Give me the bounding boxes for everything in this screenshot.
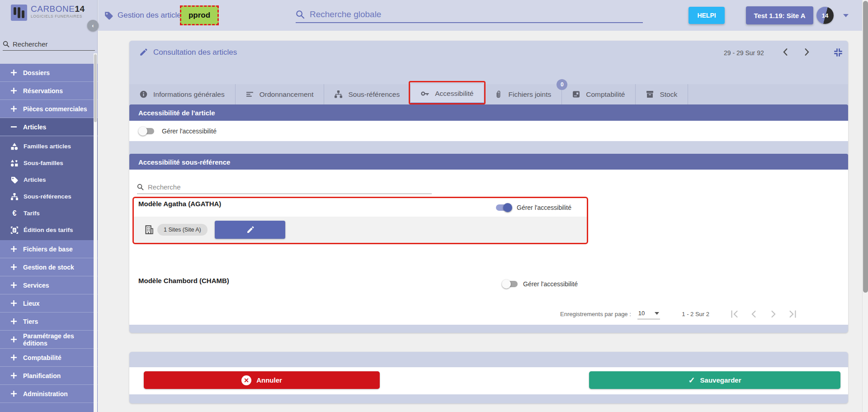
tag-icon (104, 11, 113, 20)
sidebar-scrollbar-thumb[interactable] (94, 54, 97, 122)
plus-icon (10, 390, 17, 397)
user-avatar[interactable]: 14 (816, 7, 834, 24)
sidebar-search-input[interactable]: Rechercher (3, 38, 95, 51)
sidebar-search-placeholder: Rechercher (13, 40, 48, 48)
plus-icon (10, 246, 17, 252)
previous-record-button[interactable] (782, 48, 790, 56)
subref-row-name: Modèle Agatha (AGATHA) (138, 200, 221, 208)
sidebar-item-tarifs[interactable]: € Tarifs (0, 205, 98, 222)
subref-paginator: Enregistrements par page : 10 1 - 2 Sur … (560, 309, 797, 319)
tabbar: Informations générales Ordonnancement So… (129, 84, 848, 104)
helpi-button[interactable]: HELPI (689, 7, 725, 24)
tab-sous-references[interactable]: Sous-références (324, 84, 410, 104)
breadcrumb-label: Gestion des articles (118, 11, 185, 20)
sites-chip[interactable]: 1 Sites (Site A) (157, 224, 208, 236)
search-icon (137, 184, 144, 190)
app-logo[interactable]: CARBONE14 LOGICIELS FUNERAIRES (11, 5, 85, 21)
previous-page-button[interactable] (750, 310, 758, 318)
tab-comptabilite[interactable]: Comptabilité (562, 84, 636, 104)
sitemap-icon (335, 90, 342, 98)
card-title-row: Consultation des articles 29 - 29 Sur 92 (129, 41, 848, 64)
sitemap-icon (11, 193, 18, 200)
compress-icon[interactable] (834, 48, 843, 57)
window-scrollbar[interactable] (862, 0, 868, 412)
chevron-down-icon[interactable] (843, 14, 849, 17)
next-page-button[interactable] (769, 310, 778, 318)
app-subtitle: LOGICIELS FUNERAIRES (31, 14, 85, 19)
sidebar-item-familles-articles[interactable]: Familles articles (0, 138, 98, 155)
environment-badge: pprod (180, 5, 219, 25)
sidebar-footer (0, 403, 98, 412)
caret-down-icon (655, 312, 659, 315)
sidebar-item-comptabilite[interactable]: Comptabilité (0, 349, 98, 367)
actions-card: ✕ Annuler ✓ Sauvegarder (129, 352, 848, 403)
cancel-button[interactable]: ✕ Annuler (144, 371, 380, 389)
sidebar-item-services[interactable]: Services (0, 276, 98, 294)
toggle-label: Gérer l'accessibilité (162, 128, 217, 135)
pencil-icon (139, 48, 147, 57)
section-accessibilite-article-body: Gérer l'accessibilité (129, 121, 848, 141)
breadcrumb[interactable]: Gestion des articles (104, 0, 185, 31)
shapes-icon (11, 143, 18, 150)
sidebar-item-tiers[interactable]: Tiers (0, 313, 98, 331)
x-circle-icon: ✕ (241, 375, 251, 385)
minus-icon (10, 123, 17, 130)
tab-accessibilite[interactable]: Accessibilité (410, 84, 484, 104)
plus-icon (10, 354, 17, 361)
window-scrollbar-thumb[interactable] (863, 1, 868, 293)
plus-icon (10, 105, 17, 112)
info-icon (140, 90, 147, 98)
sidebar-item-sous-references[interactable]: Sous-références (0, 188, 98, 205)
sidebar-collapse-button[interactable]: ‹ (87, 20, 99, 31)
plus-icon (10, 300, 17, 307)
sidebar-item-parametrage-des-editions[interactable]: Paramétrage des éditions (0, 331, 98, 349)
site-selector-button[interactable]: Test 1.19: Site A (746, 6, 813, 24)
pencil-icon (246, 226, 254, 234)
sort-lines-icon (246, 90, 254, 98)
paperclip-icon (495, 90, 502, 98)
section-header-accessibilite-sous-reference: Accessibilité sous-référence (129, 154, 848, 170)
check-icon: ✓ (689, 375, 695, 385)
gerer-accessibilite-article-toggle[interactable] (138, 127, 155, 136)
sidebar-item-articles-sub[interactable]: Articles (0, 171, 98, 188)
tab-fichiers-joints[interactable]: Fichiers joints 0 (484, 84, 562, 104)
plus-icon (10, 336, 17, 343)
sidebar-item-gestion-de-stock[interactable]: Gestion de stock (0, 258, 98, 276)
document-scan-icon (11, 227, 18, 234)
sidebar-item-articles[interactable]: Articles (0, 118, 98, 136)
first-page-button[interactable] (730, 310, 739, 318)
actions-strip: ✕ Annuler ✓ Sauvegarder (129, 367, 848, 394)
per-page-select[interactable]: 10 (637, 309, 660, 319)
sidebar-item-fichiers-de-base[interactable]: Fichiers de base (0, 240, 98, 258)
sidebar-item-lieux[interactable]: Lieux (0, 294, 98, 313)
sous-reference-search-input[interactable]: Recherche (137, 180, 432, 194)
key-icon (421, 90, 429, 98)
sidebar-item-reservations[interactable]: Réservations (0, 82, 98, 100)
toggle-label: Gérer l'accessibilité (523, 280, 578, 288)
next-record-button[interactable] (802, 48, 811, 56)
tab-stock[interactable]: Stock (636, 84, 688, 104)
sidebar-scrollbar[interactable] (94, 53, 97, 412)
tab-informations-generales[interactable]: Informations générales (129, 84, 236, 104)
edit-sites-button[interactable] (215, 221, 285, 239)
save-button[interactable]: ✓ Sauvegarder (589, 371, 840, 389)
tab-ordonnancement[interactable]: Ordonnancement (236, 84, 325, 104)
sidebar-item-planification[interactable]: Planification (0, 367, 98, 385)
plus-icon (10, 372, 17, 379)
sidebar-item-administration[interactable]: Administration (0, 385, 98, 403)
plus-icon (10, 264, 17, 270)
global-search-input[interactable]: Recherche globale (296, 7, 643, 23)
sidebar-item-sous-familles[interactable]: Sous-familles (0, 155, 98, 171)
sidebar-item-dossiers[interactable]: Dossiers (0, 64, 98, 82)
shapes-grid-icon (11, 160, 18, 167)
record-range: 29 - 29 Sur 92 (724, 49, 764, 57)
subref-row-toggle-group: Gérer l'accessibilité (502, 279, 578, 289)
page-title: Consultation des articles (139, 41, 237, 64)
gerer-accessibilite-agatha-toggle[interactable] (495, 203, 512, 212)
agatha-sites-panel: 1 Sites (Site A) (132, 217, 588, 243)
sidebar-item-pieces-commerciales[interactable]: Pièces commerciales (0, 100, 98, 118)
last-page-button[interactable] (788, 310, 797, 318)
topbar: Gestion des articles pprod Recherche glo… (98, 0, 868, 31)
gerer-accessibilite-chambord-toggle[interactable] (502, 279, 519, 289)
sidebar-item-edition-des-tarifs[interactable]: Édition des tarifs (0, 222, 98, 238)
